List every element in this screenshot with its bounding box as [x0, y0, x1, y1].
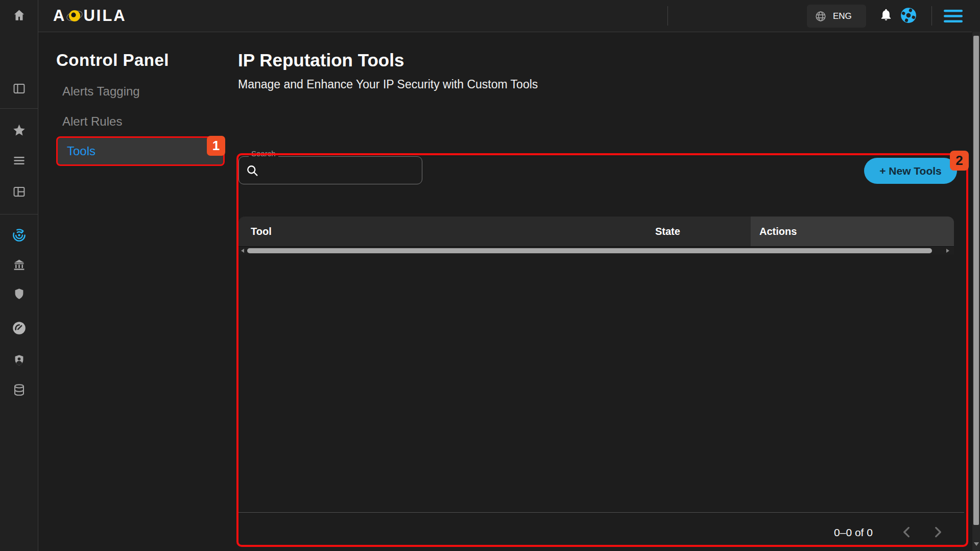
- menu-button[interactable]: [944, 9, 963, 25]
- logo-eye-icon: [66, 7, 83, 25]
- star-icon: [12, 123, 26, 138]
- brand-suffix: UILA: [83, 7, 126, 25]
- user-shield-icon: [12, 353, 26, 369]
- page-subtitle: Manage and Enhance Your IP Security with…: [238, 78, 538, 91]
- nav-item-tools-label: Tools: [67, 144, 95, 158]
- table-header-row: Tool State Actions: [238, 217, 954, 246]
- dashboard-grid-icon: [12, 185, 26, 200]
- app-root: A UILA ENG: [0, 0, 980, 551]
- pagination-range: 0–0 of 0: [815, 526, 892, 539]
- rail-divider: [0, 108, 38, 109]
- top-bar: A UILA ENG: [0, 0, 980, 32]
- vertical-scrollbar[interactable]: [972, 32, 980, 551]
- page-title: IP Reputation Tools: [238, 50, 404, 70]
- database-icon: [12, 383, 26, 398]
- rail-favorites-button[interactable]: [0, 119, 38, 142]
- search-input[interactable]: [265, 164, 416, 177]
- list-icon: [12, 154, 26, 169]
- radar-icon: [11, 227, 27, 245]
- language-label: ENG: [833, 11, 852, 21]
- rail-gauge-button[interactable]: [0, 318, 38, 340]
- pagination-prev-button[interactable]: [899, 524, 915, 542]
- notifications-button[interactable]: [879, 8, 893, 23]
- rail-reputation-button[interactable]: [0, 225, 38, 247]
- pagination-next-button[interactable]: [929, 524, 946, 542]
- new-tools-button[interactable]: + New Tools: [864, 158, 957, 184]
- brand-logo[interactable]: A UILA: [53, 0, 127, 32]
- home-icon: [12, 8, 26, 23]
- topbar-home-section: [0, 0, 38, 32]
- horizontal-scrollbar[interactable]: [238, 246, 954, 254]
- rail-security-button[interactable]: [0, 283, 38, 306]
- rail-divider: [0, 214, 38, 214]
- annotation-badge-2: 2: [950, 151, 969, 171]
- nav-item-alert-rules[interactable]: Alert Rules: [62, 114, 122, 129]
- topbar-divider: [667, 6, 668, 26]
- bank-icon: [12, 258, 26, 273]
- annotation-badge-1: 1: [207, 136, 225, 156]
- column-header-tool: Tool: [251, 217, 272, 246]
- support-wheel-button[interactable]: [900, 7, 917, 26]
- column-header-state: State: [655, 217, 680, 246]
- brand-prefix: A: [53, 7, 66, 25]
- scroll-down-arrow-icon[interactable]: [974, 542, 979, 546]
- column-header-actions: Actions: [751, 217, 954, 246]
- bell-icon: [879, 8, 893, 23]
- shield-icon: [12, 287, 26, 302]
- nav-item-tools[interactable]: Tools: [56, 136, 225, 166]
- chevron-left-icon: [899, 534, 915, 542]
- rail-panel-button[interactable]: [0, 78, 38, 101]
- rail-list-button[interactable]: [0, 150, 38, 173]
- nav-title: Control Panel: [56, 51, 169, 70]
- gauge-icon: [11, 320, 27, 338]
- search-field[interactable]: [238, 156, 422, 184]
- menu-icon: [944, 9, 963, 25]
- rail-institution-button[interactable]: [0, 254, 38, 277]
- rail-user-security-button[interactable]: [0, 350, 38, 372]
- vertical-scrollbar-thumb[interactable]: [973, 36, 979, 525]
- rail-database-button[interactable]: [0, 379, 38, 402]
- globe-icon: [815, 10, 827, 22]
- language-selector[interactable]: ENG: [807, 5, 866, 28]
- panel-layout-icon: [12, 82, 26, 97]
- scroll-right-arrow-icon[interactable]: [946, 249, 949, 253]
- home-button[interactable]: [12, 8, 26, 23]
- horizontal-scrollbar-thumb[interactable]: [247, 248, 932, 253]
- topbar-divider: [931, 6, 932, 26]
- search-icon: [245, 163, 259, 178]
- icon-rail: [0, 32, 38, 551]
- chevron-right-icon: [929, 534, 946, 542]
- pagination-divider: [238, 512, 964, 513]
- wheel-icon: [900, 7, 917, 26]
- scroll-left-arrow-icon[interactable]: [241, 249, 244, 253]
- rail-dashboard-button[interactable]: [0, 181, 38, 204]
- annotation-region-2: [236, 153, 968, 547]
- nav-item-alerts-tagging[interactable]: Alerts Tagging: [62, 84, 140, 99]
- search-field-label: Search: [249, 149, 278, 158]
